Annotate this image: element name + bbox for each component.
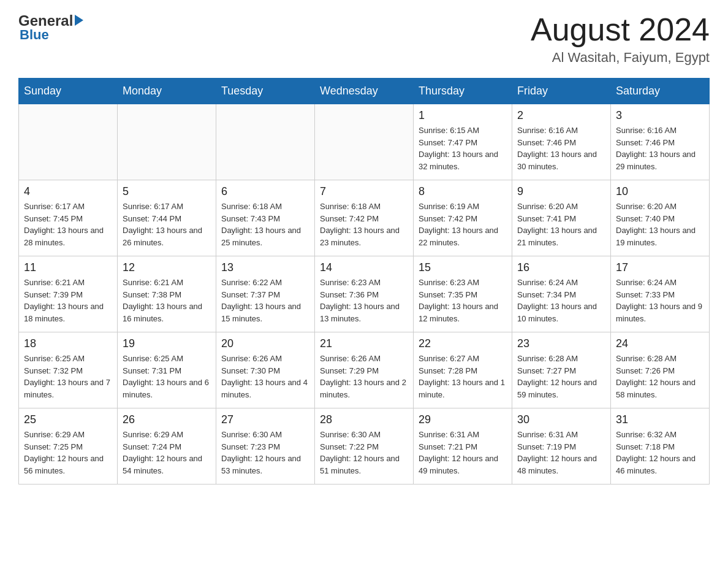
col-friday: Friday [512, 79, 611, 104]
day-info: Sunrise: 6:23 AMSunset: 7:36 PMDaylight:… [320, 277, 408, 324]
page-header: General Blue August 2024 Al Wasitah, Fai… [18, 12, 710, 66]
day-info: Sunrise: 6:18 AMSunset: 7:43 PMDaylight:… [221, 201, 309, 248]
day-info: Sunrise: 6:26 AMSunset: 7:30 PMDaylight:… [221, 353, 309, 400]
day-info: Sunrise: 6:24 AMSunset: 7:34 PMDaylight:… [517, 277, 605, 324]
day-number: 20 [221, 337, 309, 350]
day-info: Sunrise: 6:27 AMSunset: 7:28 PMDaylight:… [419, 353, 507, 400]
logo-arrow-icon [75, 15, 83, 28]
day-number: 31 [616, 413, 704, 426]
day-number: 15 [419, 261, 507, 274]
table-row: 18Sunrise: 6:25 AMSunset: 7:32 PMDayligh… [19, 332, 118, 408]
day-number: 17 [616, 261, 704, 274]
table-row: 28Sunrise: 6:30 AMSunset: 7:22 PMDayligh… [315, 408, 414, 484]
day-number: 13 [221, 261, 309, 274]
table-row: 25Sunrise: 6:29 AMSunset: 7:25 PMDayligh… [19, 408, 118, 484]
day-number: 19 [123, 337, 211, 350]
day-info: Sunrise: 6:17 AMSunset: 7:44 PMDaylight:… [123, 201, 211, 248]
calendar-header-row: Sunday Monday Tuesday Wednesday Thursday… [19, 79, 710, 104]
table-row: 27Sunrise: 6:30 AMSunset: 7:23 PMDayligh… [216, 408, 315, 484]
day-number: 2 [517, 109, 605, 122]
day-number: 12 [123, 261, 211, 274]
table-row: 24Sunrise: 6:28 AMSunset: 7:26 PMDayligh… [611, 332, 710, 408]
table-row: 21Sunrise: 6:26 AMSunset: 7:29 PMDayligh… [315, 332, 414, 408]
col-saturday: Saturday [611, 79, 710, 104]
table-row: 11Sunrise: 6:21 AMSunset: 7:39 PMDayligh… [19, 256, 118, 332]
day-number: 26 [123, 413, 211, 426]
col-sunday: Sunday [19, 79, 118, 104]
day-number: 28 [320, 413, 408, 426]
calendar-week-row: 11Sunrise: 6:21 AMSunset: 7:39 PMDayligh… [19, 256, 710, 332]
table-row: 12Sunrise: 6:21 AMSunset: 7:38 PMDayligh… [118, 256, 216, 332]
day-number: 4 [24, 185, 112, 198]
calendar-week-row: 25Sunrise: 6:29 AMSunset: 7:25 PMDayligh… [19, 408, 710, 484]
col-tuesday: Tuesday [216, 79, 315, 104]
day-number: 25 [24, 413, 112, 426]
table-row: 26Sunrise: 6:29 AMSunset: 7:24 PMDayligh… [118, 408, 216, 484]
day-number: 23 [517, 337, 605, 350]
day-number: 11 [24, 261, 112, 274]
day-info: Sunrise: 6:19 AMSunset: 7:42 PMDaylight:… [419, 201, 507, 248]
month-title: August 2024 [531, 12, 710, 47]
day-info: Sunrise: 6:30 AMSunset: 7:22 PMDaylight:… [320, 429, 408, 477]
table-row: 6Sunrise: 6:18 AMSunset: 7:43 PMDaylight… [216, 180, 315, 256]
day-info: Sunrise: 6:25 AMSunset: 7:32 PMDaylight:… [24, 353, 112, 400]
day-number: 22 [419, 337, 507, 350]
day-info: Sunrise: 6:21 AMSunset: 7:39 PMDaylight:… [24, 277, 112, 324]
calendar-table: Sunday Monday Tuesday Wednesday Thursday… [18, 78, 710, 484]
calendar-week-row: 1Sunrise: 6:15 AMSunset: 7:47 PMDaylight… [19, 104, 710, 180]
day-number: 27 [221, 413, 309, 426]
table-row: 3Sunrise: 6:16 AMSunset: 7:46 PMDaylight… [611, 104, 710, 180]
day-info: Sunrise: 6:17 AMSunset: 7:45 PMDaylight:… [24, 201, 112, 248]
col-thursday: Thursday [414, 79, 512, 104]
table-row: 5Sunrise: 6:17 AMSunset: 7:44 PMDaylight… [118, 180, 216, 256]
day-number: 14 [320, 261, 408, 274]
day-info: Sunrise: 6:28 AMSunset: 7:26 PMDaylight:… [616, 353, 704, 400]
table-row: 8Sunrise: 6:19 AMSunset: 7:42 PMDaylight… [414, 180, 512, 256]
day-info: Sunrise: 6:31 AMSunset: 7:21 PMDaylight:… [419, 429, 507, 477]
table-row: 20Sunrise: 6:26 AMSunset: 7:30 PMDayligh… [216, 332, 315, 408]
day-info: Sunrise: 6:20 AMSunset: 7:40 PMDaylight:… [616, 201, 704, 248]
col-wednesday: Wednesday [315, 79, 414, 104]
day-number: 7 [320, 185, 408, 198]
table-row: 9Sunrise: 6:20 AMSunset: 7:41 PMDaylight… [512, 180, 611, 256]
day-number: 3 [616, 109, 704, 122]
day-info: Sunrise: 6:23 AMSunset: 7:35 PMDaylight:… [419, 277, 507, 324]
table-row: 13Sunrise: 6:22 AMSunset: 7:37 PMDayligh… [216, 256, 315, 332]
table-row: 22Sunrise: 6:27 AMSunset: 7:28 PMDayligh… [414, 332, 512, 408]
day-info: Sunrise: 6:22 AMSunset: 7:37 PMDaylight:… [221, 277, 309, 324]
table-row [216, 104, 315, 180]
day-number: 5 [123, 185, 211, 198]
day-number: 1 [419, 109, 507, 122]
day-number: 10 [616, 185, 704, 198]
day-info: Sunrise: 6:18 AMSunset: 7:42 PMDaylight:… [320, 201, 408, 248]
table-row [118, 104, 216, 180]
logo-blue-text: Blue [18, 27, 49, 43]
day-info: Sunrise: 6:32 AMSunset: 7:18 PMDaylight:… [616, 429, 704, 477]
table-row: 17Sunrise: 6:24 AMSunset: 7:33 PMDayligh… [611, 256, 710, 332]
day-number: 24 [616, 337, 704, 350]
day-info: Sunrise: 6:21 AMSunset: 7:38 PMDaylight:… [123, 277, 211, 324]
table-row: 31Sunrise: 6:32 AMSunset: 7:18 PMDayligh… [611, 408, 710, 484]
day-info: Sunrise: 6:20 AMSunset: 7:41 PMDaylight:… [517, 201, 605, 248]
col-monday: Monday [118, 79, 216, 104]
table-row: 23Sunrise: 6:28 AMSunset: 7:27 PMDayligh… [512, 332, 611, 408]
table-row [19, 104, 118, 180]
day-info: Sunrise: 6:16 AMSunset: 7:46 PMDaylight:… [517, 124, 605, 172]
calendar-week-row: 4Sunrise: 6:17 AMSunset: 7:45 PMDaylight… [19, 180, 710, 256]
table-row: 14Sunrise: 6:23 AMSunset: 7:36 PMDayligh… [315, 256, 414, 332]
day-info: Sunrise: 6:29 AMSunset: 7:25 PMDaylight:… [24, 429, 112, 477]
day-number: 18 [24, 337, 112, 350]
day-number: 6 [221, 185, 309, 198]
table-row: 4Sunrise: 6:17 AMSunset: 7:45 PMDaylight… [19, 180, 118, 256]
table-row: 15Sunrise: 6:23 AMSunset: 7:35 PMDayligh… [414, 256, 512, 332]
day-info: Sunrise: 6:31 AMSunset: 7:19 PMDaylight:… [517, 429, 605, 477]
day-info: Sunrise: 6:25 AMSunset: 7:31 PMDaylight:… [123, 353, 211, 400]
day-info: Sunrise: 6:26 AMSunset: 7:29 PMDaylight:… [320, 353, 408, 400]
table-row: 2Sunrise: 6:16 AMSunset: 7:46 PMDaylight… [512, 104, 611, 180]
location-title: Al Wasitah, Faiyum, Egypt [531, 50, 710, 66]
title-block: August 2024 Al Wasitah, Faiyum, Egypt [531, 12, 710, 66]
calendar-week-row: 18Sunrise: 6:25 AMSunset: 7:32 PMDayligh… [19, 332, 710, 408]
logo: General Blue [18, 12, 83, 43]
day-info: Sunrise: 6:28 AMSunset: 7:27 PMDaylight:… [517, 353, 605, 400]
table-row: 1Sunrise: 6:15 AMSunset: 7:47 PMDaylight… [414, 104, 512, 180]
